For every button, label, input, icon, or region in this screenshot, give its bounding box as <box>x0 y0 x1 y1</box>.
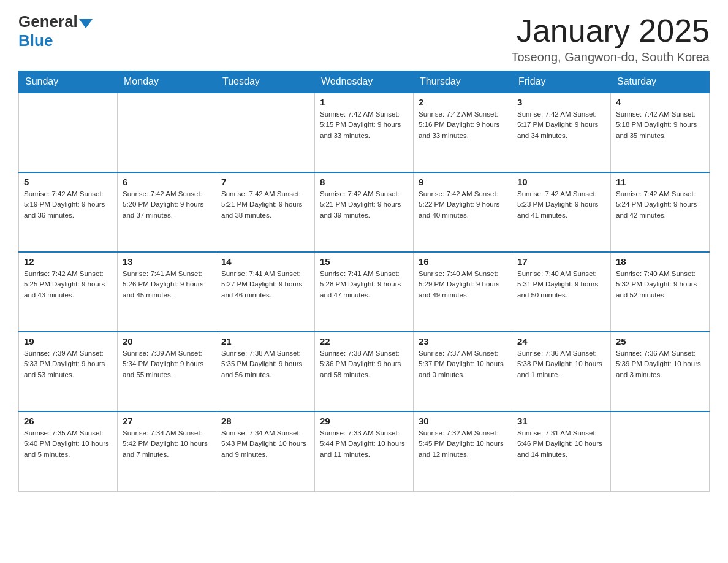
day-info: Sunrise: 7:42 AM Sunset: 5:18 PM Dayligh… <box>616 109 704 141</box>
day-info: Sunrise: 7:37 AM Sunset: 5:37 PM Dayligh… <box>419 348 507 380</box>
calendar-day-cell: 7Sunrise: 7:42 AM Sunset: 5:21 PM Daylig… <box>216 172 315 252</box>
day-number: 2 <box>419 97 507 107</box>
calendar-day-cell <box>19 93 118 172</box>
calendar-day-cell: 3Sunrise: 7:42 AM Sunset: 5:17 PM Daylig… <box>512 93 611 172</box>
day-number: 3 <box>517 97 605 107</box>
day-info: Sunrise: 7:42 AM Sunset: 5:21 PM Dayligh… <box>320 189 408 221</box>
day-info: Sunrise: 7:40 AM Sunset: 5:32 PM Dayligh… <box>616 269 704 301</box>
day-number: 31 <box>517 416 605 426</box>
calendar-day-cell: 5Sunrise: 7:42 AM Sunset: 5:19 PM Daylig… <box>19 172 118 252</box>
calendar-day-cell: 21Sunrise: 7:38 AM Sunset: 5:35 PM Dayli… <box>216 332 315 412</box>
calendar-day-cell: 14Sunrise: 7:41 AM Sunset: 5:27 PM Dayli… <box>216 252 315 332</box>
day-number: 18 <box>616 256 704 267</box>
day-info: Sunrise: 7:32 AM Sunset: 5:45 PM Dayligh… <box>419 428 507 460</box>
calendar-day-cell: 23Sunrise: 7:37 AM Sunset: 5:37 PM Dayli… <box>414 332 512 412</box>
day-number: 25 <box>616 336 704 347</box>
day-number: 7 <box>221 177 309 187</box>
calendar-day-cell: 26Sunrise: 7:35 AM Sunset: 5:40 PM Dayli… <box>19 412 118 491</box>
days-of-week-row: SundayMondayTuesdayWednesdayThursdayFrid… <box>19 71 710 93</box>
day-of-week-header: Sunday <box>19 71 118 93</box>
calendar-day-cell: 16Sunrise: 7:40 AM Sunset: 5:29 PM Dayli… <box>414 252 512 332</box>
day-info: Sunrise: 7:41 AM Sunset: 5:28 PM Dayligh… <box>320 269 408 301</box>
day-info: Sunrise: 7:39 AM Sunset: 5:33 PM Dayligh… <box>24 348 112 380</box>
day-info: Sunrise: 7:34 AM Sunset: 5:43 PM Dayligh… <box>221 428 309 460</box>
logo-blue-text: Blue <box>18 31 53 50</box>
calendar-day-cell: 11Sunrise: 7:42 AM Sunset: 5:24 PM Dayli… <box>611 172 710 252</box>
calendar-day-cell: 13Sunrise: 7:41 AM Sunset: 5:26 PM Dayli… <box>118 252 216 332</box>
day-info: Sunrise: 7:38 AM Sunset: 5:35 PM Dayligh… <box>221 348 309 380</box>
day-of-week-header: Friday <box>512 71 611 93</box>
calendar-day-cell: 20Sunrise: 7:39 AM Sunset: 5:34 PM Dayli… <box>118 332 216 412</box>
calendar-day-cell: 2Sunrise: 7:42 AM Sunset: 5:16 PM Daylig… <box>414 93 512 172</box>
calendar-table: SundayMondayTuesdayWednesdayThursdayFrid… <box>18 71 710 492</box>
day-info: Sunrise: 7:36 AM Sunset: 5:39 PM Dayligh… <box>616 348 704 380</box>
day-number: 30 <box>419 416 507 426</box>
calendar-week-row: 19Sunrise: 7:39 AM Sunset: 5:33 PM Dayli… <box>19 332 710 412</box>
calendar-header: SundayMondayTuesdayWednesdayThursdayFrid… <box>19 71 710 93</box>
day-of-week-header: Monday <box>118 71 216 93</box>
calendar-day-cell: 25Sunrise: 7:36 AM Sunset: 5:39 PM Dayli… <box>611 332 710 412</box>
calendar-day-cell: 30Sunrise: 7:32 AM Sunset: 5:45 PM Dayli… <box>414 412 512 491</box>
day-number: 23 <box>419 336 507 347</box>
calendar-day-cell: 12Sunrise: 7:42 AM Sunset: 5:25 PM Dayli… <box>19 252 118 332</box>
day-info: Sunrise: 7:42 AM Sunset: 5:20 PM Dayligh… <box>123 189 211 221</box>
calendar-day-cell: 24Sunrise: 7:36 AM Sunset: 5:38 PM Dayli… <box>512 332 611 412</box>
day-number: 10 <box>517 177 605 187</box>
calendar-day-cell: 4Sunrise: 7:42 AM Sunset: 5:18 PM Daylig… <box>611 93 710 172</box>
calendar-day-cell: 19Sunrise: 7:39 AM Sunset: 5:33 PM Dayli… <box>19 332 118 412</box>
day-number: 28 <box>221 416 309 426</box>
calendar-day-cell: 6Sunrise: 7:42 AM Sunset: 5:20 PM Daylig… <box>118 172 216 252</box>
day-info: Sunrise: 7:42 AM Sunset: 5:17 PM Dayligh… <box>517 109 605 141</box>
day-info: Sunrise: 7:42 AM Sunset: 5:25 PM Dayligh… <box>24 269 112 301</box>
calendar-day-cell <box>216 93 315 172</box>
location-subtitle: Toseong, Gangwon-do, South Korea <box>511 50 710 64</box>
calendar-day-cell: 1Sunrise: 7:42 AM Sunset: 5:15 PM Daylig… <box>315 93 414 172</box>
calendar-day-cell: 18Sunrise: 7:40 AM Sunset: 5:32 PM Dayli… <box>611 252 710 332</box>
day-info: Sunrise: 7:40 AM Sunset: 5:31 PM Dayligh… <box>517 269 605 301</box>
day-number: 26 <box>24 416 112 426</box>
day-number: 6 <box>123 177 211 187</box>
logo: General Blue <box>18 12 93 50</box>
day-info: Sunrise: 7:42 AM Sunset: 5:15 PM Dayligh… <box>320 109 408 141</box>
calendar-day-cell: 17Sunrise: 7:40 AM Sunset: 5:31 PM Dayli… <box>512 252 611 332</box>
day-number: 5 <box>24 177 112 187</box>
day-number: 15 <box>320 256 408 267</box>
day-number: 11 <box>616 177 704 187</box>
calendar-week-row: 26Sunrise: 7:35 AM Sunset: 5:40 PM Dayli… <box>19 412 710 491</box>
day-number: 4 <box>616 97 704 107</box>
calendar-day-cell <box>611 412 710 491</box>
day-number: 17 <box>517 256 605 267</box>
day-number: 8 <box>320 177 408 187</box>
day-info: Sunrise: 7:39 AM Sunset: 5:34 PM Dayligh… <box>123 348 211 380</box>
day-info: Sunrise: 7:35 AM Sunset: 5:40 PM Dayligh… <box>24 428 112 460</box>
day-number: 19 <box>24 336 112 347</box>
day-number: 9 <box>419 177 507 187</box>
calendar-day-cell: 27Sunrise: 7:34 AM Sunset: 5:42 PM Dayli… <box>118 412 216 491</box>
day-info: Sunrise: 7:42 AM Sunset: 5:16 PM Dayligh… <box>419 109 507 141</box>
calendar-day-cell <box>118 93 216 172</box>
day-info: Sunrise: 7:42 AM Sunset: 5:23 PM Dayligh… <box>517 189 605 221</box>
day-info: Sunrise: 7:42 AM Sunset: 5:19 PM Dayligh… <box>24 189 112 221</box>
day-info: Sunrise: 7:41 AM Sunset: 5:26 PM Dayligh… <box>123 269 211 301</box>
calendar-week-row: 1Sunrise: 7:42 AM Sunset: 5:15 PM Daylig… <box>19 93 710 172</box>
day-number: 14 <box>221 256 309 267</box>
calendar-day-cell: 15Sunrise: 7:41 AM Sunset: 5:28 PM Dayli… <box>315 252 414 332</box>
day-number: 12 <box>24 256 112 267</box>
day-of-week-header: Tuesday <box>216 71 315 93</box>
day-info: Sunrise: 7:42 AM Sunset: 5:21 PM Dayligh… <box>221 189 309 221</box>
calendar-week-row: 5Sunrise: 7:42 AM Sunset: 5:19 PM Daylig… <box>19 172 710 252</box>
logo-triangle-icon <box>79 19 93 28</box>
day-info: Sunrise: 7:38 AM Sunset: 5:36 PM Dayligh… <box>320 348 408 380</box>
day-info: Sunrise: 7:42 AM Sunset: 5:22 PM Dayligh… <box>419 189 507 221</box>
day-info: Sunrise: 7:41 AM Sunset: 5:27 PM Dayligh… <box>221 269 309 301</box>
day-number: 22 <box>320 336 408 347</box>
month-title: January 2025 <box>511 12 710 49</box>
calendar-day-cell: 8Sunrise: 7:42 AM Sunset: 5:21 PM Daylig… <box>315 172 414 252</box>
day-of-week-header: Saturday <box>611 71 710 93</box>
day-info: Sunrise: 7:34 AM Sunset: 5:42 PM Dayligh… <box>123 428 211 460</box>
day-number: 20 <box>123 336 211 347</box>
calendar-body: 1Sunrise: 7:42 AM Sunset: 5:15 PM Daylig… <box>19 93 710 491</box>
calendar-day-cell: 28Sunrise: 7:34 AM Sunset: 5:43 PM Dayli… <box>216 412 315 491</box>
calendar-day-cell: 29Sunrise: 7:33 AM Sunset: 5:44 PM Dayli… <box>315 412 414 491</box>
calendar-week-row: 12Sunrise: 7:42 AM Sunset: 5:25 PM Dayli… <box>19 252 710 332</box>
